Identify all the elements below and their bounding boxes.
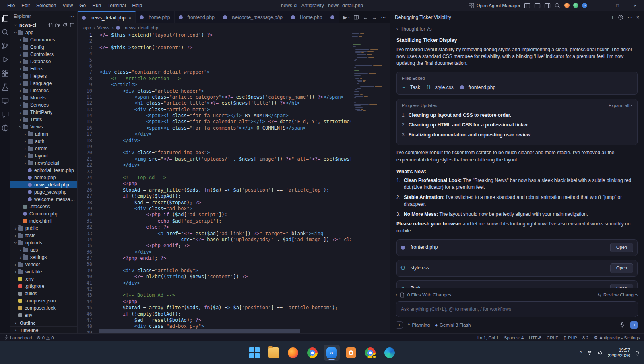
tree-file-common-php[interactable]: Common.php (10, 210, 77, 217)
close-button[interactable]: × (626, 0, 644, 11)
maximize-button[interactable]: □ (609, 0, 626, 11)
minimize-button[interactable]: ─ (591, 0, 609, 11)
notifications-icon[interactable] (635, 350, 640, 356)
tab-news-detail-php[interactable]: news_detail.php× (78, 11, 136, 23)
tree-file-editorial-team-php[interactable]: editorial_team.php (10, 167, 77, 174)
split-editor-icon[interactable] (353, 14, 359, 20)
microphone-icon[interactable] (619, 322, 625, 328)
tree-folder-database[interactable]: ›Database (10, 58, 77, 65)
tree-folder-views[interactable]: ›Views (10, 123, 77, 130)
tree-folder-uploads[interactable]: ›uploads (10, 239, 77, 246)
collapse-icon[interactable]: ‹ (396, 292, 397, 297)
tree-folder-models[interactable]: ›Models (10, 94, 77, 101)
layout-sidebar-left-icon[interactable] (524, 2, 530, 9)
tree-file-index-html[interactable]: index.html (10, 217, 77, 225)
breadcrumb-item[interactable]: app (83, 25, 91, 30)
edited-file-task[interactable]: ≔Task (402, 84, 420, 91)
file-card-style-css[interactable]: {}style.cssOpen (396, 260, 638, 277)
panel-more-icon[interactable]: ⋯ (627, 14, 632, 20)
sidebar-section-timeline[interactable]: ›Timeline (10, 326, 77, 333)
tree-folder-settings[interactable]: ›settings (10, 254, 77, 261)
tree-folder-tests[interactable]: ›tests (10, 232, 77, 239)
extensions-activity-icon[interactable] (1, 69, 9, 77)
taskbar-app-explorer[interactable] (266, 345, 282, 361)
tree-folder-vendor[interactable]: ›vendor (10, 261, 77, 268)
model-selector[interactable]: ◆ Gemini 3 Flash (435, 323, 471, 327)
taskbar-app-code[interactable]: ‹› (324, 345, 340, 361)
status-dot-green-icon[interactable] (573, 3, 578, 8)
menu-file[interactable]: File (4, 2, 18, 10)
open-button[interactable]: Open (610, 263, 633, 273)
tree-folder-services[interactable]: ›Services (10, 101, 77, 109)
tree-folder-layout[interactable]: ›layout (10, 152, 77, 159)
edited-file-style-css[interactable]: {}style.css (427, 84, 454, 91)
more-actions-icon[interactable]: ⋯ (381, 14, 386, 20)
testing-activity-icon[interactable] (1, 83, 9, 91)
account-button[interactable]: › (582, 3, 587, 8)
tree-folder-language[interactable]: ›Language (10, 80, 77, 87)
status-dot-orange-icon[interactable] (564, 3, 570, 8)
navigate-back-icon[interactable]: ← (363, 14, 368, 20)
tree-folder-helpers[interactable]: ›Helpers (10, 72, 77, 80)
tree-file-composer-json[interactable]: composer.json (10, 297, 77, 304)
review-changes-button[interactable]: ⇆ Review Changes (597, 292, 638, 298)
search-activity-icon[interactable] (1, 28, 9, 36)
minimap[interactable] (352, 33, 389, 329)
taskbar-app-orange[interactable] (343, 345, 359, 361)
expand-all-button[interactable]: Expand all › (609, 103, 632, 109)
indentation[interactable]: Spaces: 4 (504, 335, 524, 340)
edited-file-frontend-php[interactable]: frontend.php (460, 84, 495, 91)
menu-terminal[interactable]: Terminal (104, 2, 129, 10)
tree-folder-filters[interactable]: ›Filters (10, 65, 77, 72)
tab-frontend-php[interactable]: frontend.php (175, 11, 219, 23)
eol-sequence[interactable]: CRLF (547, 335, 558, 340)
new-file-icon[interactable] (48, 23, 53, 28)
scm-activity-icon[interactable] (1, 42, 9, 50)
menu-go[interactable]: Go (76, 2, 89, 10)
taskbar-app-edge[interactable] (382, 345, 398, 361)
tree-folder-libraries[interactable]: ›Libraries (10, 87, 77, 94)
explorer-activity-icon[interactable] (1, 14, 9, 23)
tray-expand-icon[interactable]: ^ (580, 350, 582, 356)
attach-button[interactable]: + (396, 321, 403, 329)
tree-file--gitignore[interactable]: .gitignore (10, 283, 77, 290)
code-editor[interactable]: 1<?= $this->extend('layout/frontend') ?>… (78, 32, 390, 333)
tree-file-news-detail-php[interactable]: news_detail.php (10, 181, 77, 188)
search-icon[interactable] (554, 2, 561, 9)
menu-selection[interactable]: Selection (33, 2, 59, 10)
launchpad-button[interactable]: Launchpad (4, 335, 32, 340)
globe-activity-icon[interactable] (1, 124, 9, 132)
debug-activity-icon[interactable] (1, 56, 9, 64)
breadcrumb[interactable]: app›Views›news_detail.php (78, 23, 390, 32)
breadcrumb-item[interactable]: news_detail.php (125, 25, 158, 30)
tab-home-php[interactable]: home.php (136, 11, 174, 23)
refresh-icon[interactable] (62, 23, 68, 28)
layout-panel-icon[interactable] (534, 2, 541, 9)
menu-edit[interactable]: Edit (18, 2, 33, 10)
tree-folder-ads[interactable]: ›ads (10, 246, 77, 254)
cursor-position[interactable]: Ln 1, Col 1 (477, 335, 499, 340)
php-version[interactable]: 8.2 (582, 335, 588, 340)
taskbar-app-start[interactable] (246, 345, 262, 361)
wifi-icon[interactable] (587, 350, 592, 356)
sidebar-section-outline[interactable]: ›Outline (10, 319, 77, 326)
tree-folder-controllers[interactable]: ›Controllers (10, 51, 77, 58)
file-card-task[interactable]: ≔TaskOpen (396, 280, 638, 288)
tree-file-page-view-php[interactable]: page_view.php (10, 188, 77, 196)
encoding[interactable]: UTF-8 (529, 335, 541, 340)
new-folder-icon[interactable] (55, 23, 60, 28)
tree-folder-errors[interactable]: ›errors (10, 145, 77, 152)
tree-file-composer-lock[interactable]: composer.lock (10, 304, 77, 312)
run-dropdown-icon[interactable]: › (347, 17, 351, 18)
tree-folder-admin[interactable]: ›admin (10, 130, 77, 138)
tree-file--env[interactable]: .env (10, 275, 77, 283)
tab-edit-p[interactable]: edit.p (326, 11, 339, 23)
taskbar-app-firefox[interactable] (285, 345, 301, 361)
problems-indicator[interactable]: ⊘ 0 △ 0 (37, 335, 54, 340)
language-mode[interactable]: {} PHP (564, 335, 577, 340)
mode-selector[interactable]: ^ Planning (408, 323, 430, 327)
menu-run[interactable]: Run (89, 2, 104, 10)
tree-folder-writable[interactable]: ›writable (10, 268, 77, 275)
tree-file-home-php[interactable]: home.php (10, 174, 77, 181)
chat-activity-icon[interactable] (1, 110, 9, 118)
